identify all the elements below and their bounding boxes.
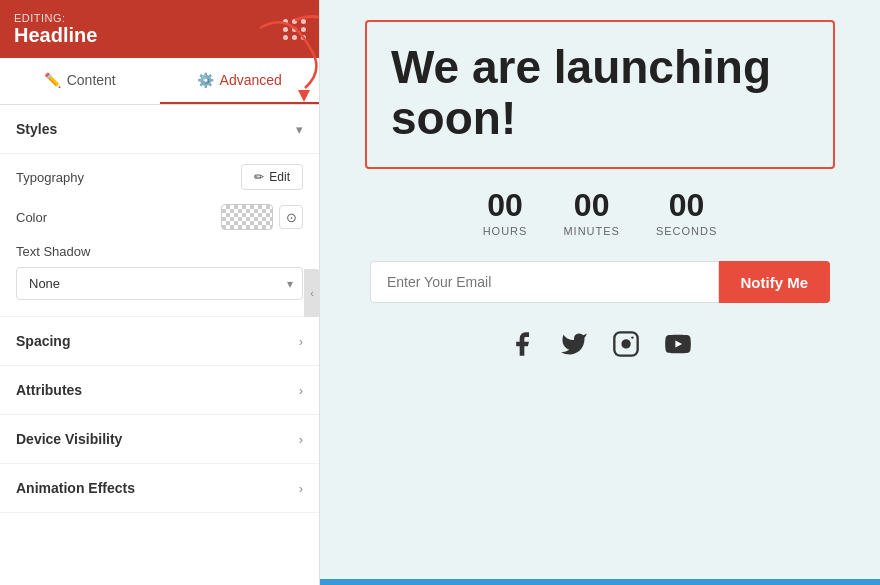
edit-button-label: Edit [269, 170, 290, 184]
attributes-chevron: › [299, 383, 303, 398]
email-row: Notify Me [370, 261, 830, 303]
countdown-minutes: 00 MINUTES [563, 189, 620, 237]
twitter-icon[interactable] [557, 327, 591, 361]
spacing-chevron: › [299, 334, 303, 349]
text-shadow-row: Text Shadow None Small Medium Large ▾ [16, 244, 303, 300]
countdown-row: 00 HOURS 00 MINUTES 00 SECONDS [483, 189, 718, 237]
minutes-value: 00 [574, 189, 610, 221]
device-visibility-chevron: › [299, 432, 303, 447]
countdown-seconds: 00 SECONDS [656, 189, 717, 237]
edit-pencil-icon: ✏ [254, 170, 264, 184]
headline-box: We are launching soon! [365, 20, 835, 169]
panel-content: Styles ▾ Typography ✏ Edit Color ⊙ [0, 105, 319, 585]
gear-icon: ⚙️ [197, 72, 214, 88]
seconds-value: 00 [669, 189, 705, 221]
device-visibility-section[interactable]: Device Visibility › [0, 415, 319, 464]
facebook-icon[interactable] [505, 327, 539, 361]
device-visibility-label: Device Visibility [16, 431, 122, 447]
animation-effects-chevron: › [299, 481, 303, 496]
text-shadow-select-wrapper: None Small Medium Large ▾ [16, 267, 303, 300]
animation-effects-section[interactable]: Animation Effects › [0, 464, 319, 513]
minutes-label: MINUTES [563, 225, 620, 237]
tab-advanced-label: Advanced [220, 72, 282, 88]
attributes-section[interactable]: Attributes › [0, 366, 319, 415]
styles-section-header[interactable]: Styles ▾ [0, 105, 319, 154]
spacing-label: Spacing [16, 333, 70, 349]
countdown-hours: 00 HOURS [483, 189, 528, 237]
pencil-icon: ✏️ [44, 72, 61, 88]
youtube-icon[interactable] [661, 327, 695, 361]
right-panel: We are launching soon! 00 HOURS 00 MINUT… [320, 0, 880, 585]
left-panel: EDITING: Headline ✏️ Content ⚙️ Advanced… [0, 0, 320, 585]
tab-content[interactable]: ✏️ Content [0, 58, 160, 104]
text-shadow-select[interactable]: None Small Medium Large [16, 267, 303, 300]
panel-collapse-handle[interactable]: ‹ [304, 269, 320, 317]
typography-row: Typography ✏ Edit [16, 164, 303, 190]
animation-effects-label: Animation Effects [16, 480, 135, 496]
editing-title: Headline [14, 24, 97, 47]
spacing-section[interactable]: Spacing › [0, 317, 319, 366]
hours-label: HOURS [483, 225, 528, 237]
tab-advanced[interactable]: ⚙️ Advanced [160, 58, 320, 104]
color-swatch-wrapper: ⊙ [221, 204, 303, 230]
drag-handle[interactable] [283, 19, 307, 40]
color-row: Color ⊙ [16, 204, 303, 230]
notify-button[interactable]: Notify Me [719, 261, 831, 303]
color-swatch[interactable] [221, 204, 273, 230]
social-row [505, 327, 695, 361]
tabs-row: ✏️ Content ⚙️ Advanced [0, 58, 319, 105]
headline-text: We are launching soon! [391, 42, 809, 143]
tab-content-label: Content [67, 72, 116, 88]
seconds-label: SECONDS [656, 225, 717, 237]
hours-value: 00 [487, 189, 523, 221]
styles-chevron: ▾ [296, 122, 303, 137]
styles-section-body: Typography ✏ Edit Color ⊙ Text Shadow [0, 154, 319, 317]
editing-label: EDITING: [14, 12, 97, 24]
typography-edit-button[interactable]: ✏ Edit [241, 164, 303, 190]
instagram-icon[interactable] [609, 327, 643, 361]
styles-title: Styles [16, 121, 57, 137]
email-input[interactable] [370, 261, 719, 303]
preview-area: We are launching soon! 00 HOURS 00 MINUT… [320, 0, 880, 579]
editing-header: EDITING: Headline [0, 0, 319, 58]
bottom-bar [320, 579, 880, 585]
text-shadow-label: Text Shadow [16, 244, 303, 259]
attributes-label: Attributes [16, 382, 82, 398]
color-picker-icon[interactable]: ⊙ [279, 205, 303, 229]
typography-label: Typography [16, 170, 84, 185]
color-label: Color [16, 210, 47, 225]
